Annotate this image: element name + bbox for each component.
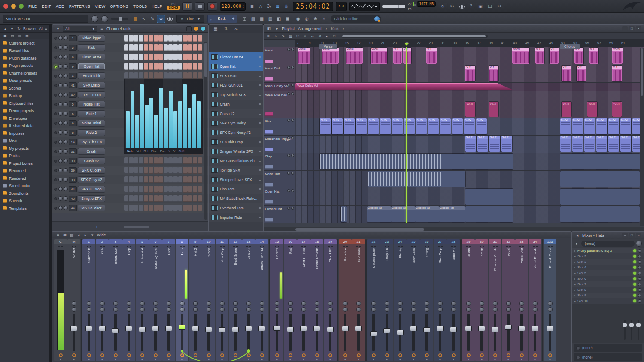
strip-fader[interactable]: [380, 313, 393, 352]
step-cell[interactable]: [139, 72, 143, 79]
step-cell[interactable]: [139, 167, 143, 174]
strip-stereo-knob[interactable]: [466, 307, 471, 312]
step-cell[interactable]: [178, 186, 182, 193]
graph-editor-icon[interactable]: [193, 26, 199, 31]
step-cell[interactable]: [139, 205, 143, 211]
channel-led[interactable]: [54, 169, 57, 172]
chevron-right-icon[interactable]: ▸: [574, 241, 580, 247]
playlist-clip[interactable]: [560, 154, 640, 169]
step-cell[interactable]: [168, 176, 173, 183]
step-cell[interactable]: [178, 72, 182, 79]
chevron-left-icon[interactable]: ◂: [574, 232, 580, 238]
strip-stereo-knob[interactable]: [246, 307, 251, 312]
chevron-down-icon[interactable]: ▾: [274, 26, 280, 32]
step-cell[interactable]: [158, 35, 163, 42]
strip-fader[interactable]: [310, 313, 323, 352]
fx-slot-9[interactable]: ▸Slot 9: [572, 293, 644, 298]
fader-handle[interactable]: [99, 326, 106, 331]
step-cell[interactable]: [124, 44, 128, 51]
project-title[interactable]: Knock Me Out: [3, 15, 88, 23]
step-cell[interactable]: [193, 205, 197, 211]
step-cell[interactable]: [149, 44, 153, 51]
strip-fader[interactable]: [339, 313, 352, 352]
strip-pan-knob[interactable]: [113, 301, 118, 306]
channel-rack-icon[interactable]: ▦: [258, 15, 265, 23]
strip-pan-knob[interactable]: [385, 301, 389, 306]
channel-pan-knob[interactable]: [58, 64, 63, 69]
strip-pan-knob[interactable]: [193, 301, 198, 306]
strip-stereo-knob[interactable]: [140, 307, 145, 312]
playlist-clip[interactable]: [465, 206, 513, 222]
strip-fader[interactable]: [297, 313, 310, 352]
minimize-button[interactable]: –: [622, 26, 628, 31]
strip-route-led[interactable]: [87, 353, 91, 357]
playlist-clip[interactable]: Vo..n: [489, 102, 498, 117]
pencil-icon[interactable]: ✎: [280, 33, 286, 39]
channel-pan-knob[interactable]: [58, 149, 63, 154]
channel-options-icon[interactable]: ≡: [259, 178, 261, 182]
step-cell[interactable]: [164, 195, 168, 202]
strip-pan-knob[interactable]: [207, 301, 211, 306]
mixer-strip-plucky[interactable]: 24Plucky▲: [394, 239, 407, 361]
step-cell[interactable]: [134, 35, 138, 42]
playlist-clip[interactable]: Ki..#2: [332, 118, 343, 134]
slot-enable-led[interactable]: [633, 283, 636, 286]
strip-stereo-knob[interactable]: [356, 307, 361, 312]
strip-pan-knob[interactable]: [315, 301, 319, 306]
playlist-clip[interactable]: Sid..2: [489, 136, 500, 152]
step-cell[interactable]: [149, 72, 153, 79]
playlist-clip[interactable]: Ki..#2: [320, 118, 331, 134]
picker-item-smigen-whistle-sfx[interactable]: Smigen Whistle SFX≡: [209, 147, 263, 156]
step-cell[interactable]: [154, 72, 158, 79]
channel-button[interactable]: Smig..e SFX: [78, 195, 105, 202]
track-volume-knob[interactable]: [291, 172, 294, 175]
picker-item-closed-hat-4[interactable]: Closed Hat #4≡: [209, 52, 263, 62]
strip-fader[interactable]: [242, 313, 255, 352]
step-cell[interactable]: [164, 72, 168, 79]
channel-led[interactable]: [54, 160, 57, 163]
channel-volume-knob[interactable]: [64, 102, 68, 106]
time-display[interactable]: 25:04:02: [293, 2, 333, 11]
strip-route-led[interactable]: [234, 353, 237, 357]
step-cell[interactable]: [158, 167, 163, 174]
channel-pan-knob[interactable]: [58, 93, 63, 97]
step-cell[interactable]: [164, 205, 168, 211]
step-cell[interactable]: [124, 72, 128, 79]
mixer-strip-chords[interactable]: 15Chords▲: [270, 239, 283, 361]
fader-handle[interactable]: [342, 326, 349, 331]
step-cell[interactable]: [129, 72, 133, 79]
strip-pan-knob[interactable]: [220, 301, 225, 306]
step-cell[interactable]: [134, 176, 138, 183]
fader-handle[interactable]: [478, 326, 485, 331]
velocity-bar[interactable]: [145, 105, 149, 148]
view-dropdown-icon[interactable]: ▾: [89, 232, 95, 238]
step-cell[interactable]: [129, 35, 133, 42]
strip-route-led[interactable]: [207, 353, 211, 357]
minimize-window-button[interactable]: [11, 4, 16, 9]
step-cell[interactable]: [183, 157, 187, 164]
fader-handle[interactable]: [112, 328, 119, 333]
fader-handle[interactable]: [125, 326, 132, 331]
fx-slot-10[interactable]: ▸Slot 10: [572, 298, 644, 304]
step-cell[interactable]: [193, 176, 197, 183]
strip-stereo-knob[interactable]: [328, 307, 333, 312]
track-volume-knob[interactable]: [291, 189, 294, 192]
track-header-vocal-dist[interactable]: Vocal Dist: [264, 65, 295, 83]
piano-roll-icon[interactable]: ▤: [249, 15, 257, 23]
strip-route-led[interactable]: [100, 353, 104, 357]
graph-tab-x[interactable]: X: [168, 150, 170, 153]
input-source-select[interactable]: (none): [581, 241, 635, 247]
channel-options-icon[interactable]: ≡: [259, 65, 261, 69]
channel-led[interactable]: [54, 197, 57, 200]
pat-song-switch[interactable]: PAT SONG: [167, 3, 180, 10]
step-cell[interactable]: [193, 167, 197, 174]
strip-fader[interactable]: [229, 313, 242, 352]
mute-icon[interactable]: ○: [302, 33, 308, 39]
channel-volume-knob[interactable]: [64, 64, 68, 69]
step-cell[interactable]: [144, 205, 148, 211]
playlist-clip[interactable]: V..t: [489, 66, 498, 81]
step-cell[interactable]: [183, 186, 187, 193]
channel-button[interactable]: Ride 2: [78, 129, 105, 136]
step-cell[interactable]: [198, 72, 202, 79]
step-cell[interactable]: [134, 54, 138, 60]
